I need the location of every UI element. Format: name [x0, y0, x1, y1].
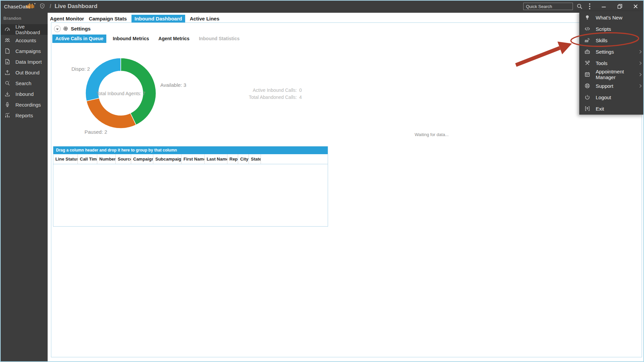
- sidebar-item-label: Campaigns: [15, 48, 41, 54]
- menu-item-support[interactable]: Support: [579, 80, 644, 92]
- donut-label-paused: Paused: 2: [85, 129, 107, 135]
- quick-search-input[interactable]: [523, 3, 573, 10]
- menu-item-label: Scripts: [596, 26, 611, 32]
- subtab-inbound-statistics[interactable]: Inbound Statistics: [196, 35, 243, 43]
- tab-campaign-stats[interactable]: Campaign Stats: [89, 15, 127, 22]
- chevron-down-icon: [56, 28, 59, 30]
- lightbulb-icon: [584, 14, 590, 20]
- download-icon: [4, 91, 10, 97]
- calendar-icon: [584, 71, 590, 77]
- stat-total-abandoned-calls: Total Abandoned Calls: 4: [217, 94, 308, 101]
- sidebar-item-data-import[interactable]: Data Import: [0, 56, 48, 67]
- column-header-rep[interactable]: Rep: [227, 154, 238, 164]
- group-by-drop-zone[interactable]: Drag a column header and drop it here to…: [53, 146, 328, 154]
- sidebar-item-label: Reports: [15, 113, 33, 118]
- sidebar: Brandon Live Dashboard Accounts Campaign…: [0, 13, 48, 362]
- stat-active-inbound-calls: Active Inbound Calls: 0: [217, 87, 308, 94]
- shield-icon: [40, 3, 45, 9]
- column-header-campaign[interactable]: Campaign: [131, 154, 153, 164]
- dashboard-settings-button[interactable]: Settings: [63, 26, 91, 32]
- subtab-agent-metrics[interactable]: Agent Metrics: [155, 35, 193, 43]
- code-icon: [584, 26, 590, 32]
- audio-wave-logo-icon: [26, 2, 36, 10]
- menu-item-label: What's New: [596, 15, 623, 20]
- page-title: /Live Dashboard: [50, 3, 97, 10]
- sidebar-item-label: Recordings: [15, 102, 41, 108]
- menu-item-skills[interactable]: Skills: [579, 35, 644, 46]
- settings-label: Settings: [71, 26, 91, 32]
- column-header-source[interactable]: Source: [116, 154, 131, 164]
- gear-icon: [63, 26, 68, 32]
- column-header-line-status[interactable]: Line Status: [53, 154, 78, 164]
- upload-icon: [4, 69, 10, 75]
- title-bar: ChaseData /Live Dashboard: [0, 0, 644, 13]
- app-dropdown-menu: What's New Scripts Skills Settings: [579, 11, 644, 115]
- sidebar-item-inbound[interactable]: Inbound: [0, 88, 48, 99]
- user-name: Brandon: [0, 13, 48, 24]
- column-header-state[interactable]: State: [249, 154, 261, 164]
- donut-label-available: Available: 3: [160, 82, 186, 88]
- kebab-menu-icon: [589, 3, 591, 10]
- column-header-call-time[interactable]: Call Time: [78, 154, 97, 164]
- column-header-first-name[interactable]: First Name: [181, 154, 205, 164]
- column-header-number[interactable]: Number: [97, 154, 116, 164]
- magnifier-icon: [4, 80, 10, 86]
- sidebar-item-label: Inbound: [15, 91, 34, 97]
- table-body-empty: [53, 164, 328, 226]
- menu-item-label: Settings: [596, 49, 614, 55]
- sidebar-item-label: Out Bound: [15, 70, 40, 75]
- sidebar-item-live-dashboard[interactable]: Live Dashboard: [0, 24, 48, 35]
- menu-item-label: Logout: [596, 95, 611, 100]
- menu-item-exit[interactable]: Exit: [579, 103, 644, 114]
- menu-item-settings[interactable]: Settings: [579, 46, 644, 57]
- sidebar-item-out-bound[interactable]: Out Bound: [0, 67, 48, 78]
- document-import-icon: [4, 59, 10, 65]
- menu-item-whats-new[interactable]: What's New: [579, 12, 644, 23]
- main-content: Agent Monitor Campaign Stats Inbound Das…: [48, 13, 644, 362]
- column-header-last-name[interactable]: Last Name: [205, 154, 227, 164]
- queue-subtabs: Active Calls in Queue Inbound Metrics Ag…: [52, 35, 243, 43]
- dashboard-tabs: Agent Monitor Campaign Stats Inbound Das…: [50, 15, 219, 22]
- exit-icon: [584, 106, 590, 112]
- menu-item-label: Appointment Manager: [596, 69, 644, 80]
- sidebar-item-label: Search: [15, 80, 32, 86]
- restore-icon: [617, 4, 623, 9]
- sidebar-item-label: Accounts: [15, 38, 36, 43]
- submenu-chevron-icon: [639, 84, 642, 88]
- call-stats: Active Inbound Calls: 0 Total Abandoned …: [217, 87, 308, 101]
- submenu-chevron-icon: [639, 73, 642, 76]
- donut-label-dispo: Dispo: 2: [55, 66, 90, 72]
- sidebar-item-accounts[interactable]: Accounts: [0, 35, 48, 46]
- search-icon: [576, 3, 583, 10]
- table-header-row: Line Status Call Time Number Source Camp…: [53, 154, 328, 164]
- tab-active-lines[interactable]: Active Lines: [190, 15, 219, 22]
- column-header-city[interactable]: City: [238, 154, 249, 164]
- microphone-icon: [4, 102, 10, 108]
- breadcrumb: /: [50, 3, 51, 9]
- sidebar-item-search[interactable]: Search: [0, 78, 48, 88]
- subtab-active-calls-in-queue[interactable]: Active Calls in Queue: [52, 35, 106, 43]
- submenu-chevron-icon: [639, 50, 642, 54]
- menu-item-scripts[interactable]: Scripts: [579, 23, 644, 35]
- menu-item-logout[interactable]: Logout: [579, 92, 644, 103]
- sidebar-item-reports[interactable]: Reports: [0, 110, 48, 121]
- bar-chart-icon: [4, 112, 10, 118]
- menu-item-label: Tools: [596, 60, 607, 66]
- sidebar-item-campaigns[interactable]: Campaigns: [0, 46, 48, 56]
- menu-item-tools[interactable]: Tools: [579, 57, 644, 69]
- collapse-settings-button[interactable]: [54, 25, 61, 32]
- menu-item-appointment-manager[interactable]: Appointment Manager: [579, 69, 644, 80]
- menu-item-label: Support: [596, 83, 613, 89]
- subtab-inbound-metrics[interactable]: Inbound Metrics: [110, 35, 152, 43]
- inbound-dashboard-panel: Settings Active Calls in Queue Inbound M…: [51, 22, 642, 357]
- skills-icon: [584, 37, 590, 43]
- submenu-chevron-icon: [639, 61, 642, 65]
- tab-agent-monitor[interactable]: Agent Monitor: [50, 15, 84, 22]
- donut-slice-paused: [87, 98, 136, 128]
- tools-icon: [584, 60, 590, 66]
- donut-center-label: Total Inbound Agents: 7: [80, 91, 161, 96]
- sidebar-item-recordings[interactable]: Recordings: [0, 99, 48, 110]
- menu-item-label: Exit: [596, 106, 604, 112]
- column-header-subcampaign[interactable]: Subcampaign: [153, 154, 181, 164]
- tab-inbound-dashboard[interactable]: Inbound Dashboard: [131, 15, 185, 22]
